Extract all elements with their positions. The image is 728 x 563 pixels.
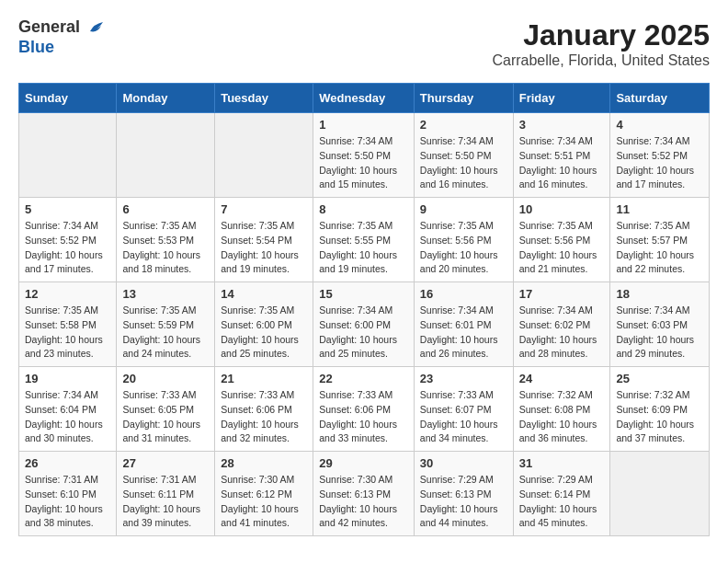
calendar-cell-4-6: 24Sunrise: 7:32 AM Sunset: 6:08 PM Dayli… [513, 367, 610, 452]
calendar-cell-1-3 [215, 113, 313, 198]
logo-bird-icon [86, 18, 107, 39]
day-info: Sunrise: 7:33 AM Sunset: 6:05 PM Dayligh… [122, 388, 209, 446]
day-number: 28 [221, 456, 307, 470]
day-number: 21 [221, 372, 307, 385]
day-number: 20 [122, 372, 209, 385]
calendar-cell-4-5: 23Sunrise: 7:33 AM Sunset: 6:07 PM Dayli… [414, 367, 513, 452]
calendar-cell-2-2: 6Sunrise: 7:35 AM Sunset: 5:53 PM Daylig… [117, 198, 215, 282]
calendar-cell-5-3: 28Sunrise: 7:30 AM Sunset: 6:12 PM Dayli… [215, 452, 313, 536]
day-number: 25 [616, 372, 703, 385]
page-title: January 2025 [492, 18, 710, 52]
day-info: Sunrise: 7:33 AM Sunset: 6:07 PM Dayligh… [420, 388, 507, 446]
day-info: Sunrise: 7:35 AM Sunset: 5:53 PM Dayligh… [122, 219, 209, 277]
calendar-cell-2-5: 9Sunrise: 7:35 AM Sunset: 5:56 PM Daylig… [414, 198, 513, 282]
calendar-cell-2-6: 10Sunrise: 7:35 AM Sunset: 5:56 PM Dayli… [513, 198, 610, 282]
day-info: Sunrise: 7:32 AM Sunset: 6:09 PM Dayligh… [616, 388, 703, 446]
day-number: 19 [25, 372, 110, 385]
day-info: Sunrise: 7:35 AM Sunset: 5:55 PM Dayligh… [319, 219, 408, 277]
calendar-cell-4-1: 19Sunrise: 7:34 AM Sunset: 6:04 PM Dayli… [19, 367, 117, 452]
header-tuesday: Tuesday [215, 84, 313, 113]
title-area: January 2025 Carrabelle, Florida, United… [492, 18, 710, 69]
calendar-cell-5-1: 26Sunrise: 7:31 AM Sunset: 6:10 PM Dayli… [19, 452, 117, 536]
calendar-week-4: 19Sunrise: 7:34 AM Sunset: 6:04 PM Dayli… [19, 367, 710, 452]
day-info: Sunrise: 7:34 AM Sunset: 5:50 PM Dayligh… [420, 134, 507, 192]
calendar-cell-3-5: 16Sunrise: 7:34 AM Sunset: 6:01 PM Dayli… [414, 282, 513, 367]
day-number: 10 [519, 202, 605, 216]
calendar-cell-5-6: 31Sunrise: 7:29 AM Sunset: 6:14 PM Dayli… [513, 452, 610, 536]
page-header: General Blue January 2025 Carrabelle, Fl… [18, 18, 710, 69]
header-saturday: Saturday [610, 84, 710, 113]
day-info: Sunrise: 7:34 AM Sunset: 6:03 PM Dayligh… [616, 304, 703, 362]
day-number: 9 [420, 202, 507, 216]
day-info: Sunrise: 7:35 AM Sunset: 5:54 PM Dayligh… [221, 219, 307, 277]
calendar-week-2: 5Sunrise: 7:34 AM Sunset: 5:52 PM Daylig… [19, 198, 710, 282]
page-subtitle: Carrabelle, Florida, United States [492, 52, 710, 69]
day-number: 6 [122, 202, 209, 216]
calendar-cell-3-6: 17Sunrise: 7:34 AM Sunset: 6:02 PM Dayli… [513, 282, 610, 367]
logo-general: General [18, 18, 107, 39]
day-number: 16 [420, 287, 507, 301]
day-info: Sunrise: 7:29 AM Sunset: 6:14 PM Dayligh… [519, 473, 605, 531]
day-info: Sunrise: 7:30 AM Sunset: 6:12 PM Dayligh… [221, 473, 307, 531]
day-info: Sunrise: 7:34 AM Sunset: 6:00 PM Dayligh… [319, 304, 408, 362]
calendar-cell-4-4: 22Sunrise: 7:33 AM Sunset: 6:06 PM Dayli… [313, 367, 415, 452]
day-number: 26 [25, 456, 110, 470]
calendar-cell-4-3: 21Sunrise: 7:33 AM Sunset: 6:06 PM Dayli… [215, 367, 313, 452]
calendar-cell-1-2 [117, 113, 215, 198]
day-info: Sunrise: 7:35 AM Sunset: 5:56 PM Dayligh… [519, 219, 605, 277]
day-number: 5 [25, 202, 110, 216]
day-number: 29 [319, 456, 408, 470]
header-sunday: Sunday [19, 84, 117, 113]
day-number: 11 [616, 202, 703, 216]
calendar-cell-1-7: 4Sunrise: 7:34 AM Sunset: 5:52 PM Daylig… [610, 113, 710, 198]
day-number: 24 [519, 372, 605, 385]
day-info: Sunrise: 7:32 AM Sunset: 6:08 PM Dayligh… [519, 388, 605, 446]
day-info: Sunrise: 7:34 AM Sunset: 6:01 PM Dayligh… [420, 304, 507, 362]
day-number: 15 [319, 287, 408, 301]
calendar-cell-4-2: 20Sunrise: 7:33 AM Sunset: 6:05 PM Dayli… [117, 367, 215, 452]
calendar-cell-3-1: 12Sunrise: 7:35 AM Sunset: 5:58 PM Dayli… [19, 282, 117, 367]
calendar-cell-5-2: 27Sunrise: 7:31 AM Sunset: 6:11 PM Dayli… [117, 452, 215, 536]
day-info: Sunrise: 7:34 AM Sunset: 6:04 PM Dayligh… [25, 388, 110, 446]
day-number: 2 [420, 118, 507, 132]
day-info: Sunrise: 7:35 AM Sunset: 5:58 PM Dayligh… [25, 304, 110, 362]
day-info: Sunrise: 7:31 AM Sunset: 6:10 PM Dayligh… [25, 473, 110, 531]
calendar-week-3: 12Sunrise: 7:35 AM Sunset: 5:58 PM Dayli… [19, 282, 710, 367]
day-number: 13 [122, 287, 209, 301]
day-number: 8 [319, 202, 408, 216]
day-number: 17 [519, 287, 605, 301]
calendar-cell-1-1 [19, 113, 117, 198]
calendar-header-row: Sunday Monday Tuesday Wednesday Thursday… [19, 84, 710, 113]
day-info: Sunrise: 7:35 AM Sunset: 5:57 PM Dayligh… [616, 219, 703, 277]
day-info: Sunrise: 7:33 AM Sunset: 6:06 PM Dayligh… [319, 388, 408, 446]
day-number: 12 [25, 287, 110, 301]
logo-blue: Blue [18, 39, 107, 57]
calendar-week-5: 26Sunrise: 7:31 AM Sunset: 6:10 PM Dayli… [19, 452, 710, 536]
calendar-cell-3-3: 14Sunrise: 7:35 AM Sunset: 6:00 PM Dayli… [215, 282, 313, 367]
day-info: Sunrise: 7:33 AM Sunset: 6:06 PM Dayligh… [221, 388, 307, 446]
calendar-cell-1-6: 3Sunrise: 7:34 AM Sunset: 5:51 PM Daylig… [513, 113, 610, 198]
calendar-cell-3-7: 18Sunrise: 7:34 AM Sunset: 6:03 PM Dayli… [610, 282, 710, 367]
calendar-cell-5-5: 30Sunrise: 7:29 AM Sunset: 6:13 PM Dayli… [414, 452, 513, 536]
calendar-cell-2-4: 8Sunrise: 7:35 AM Sunset: 5:55 PM Daylig… [313, 198, 415, 282]
calendar-cell-4-7: 25Sunrise: 7:32 AM Sunset: 6:09 PM Dayli… [610, 367, 710, 452]
day-number: 7 [221, 202, 307, 216]
day-number: 31 [519, 456, 605, 470]
day-number: 3 [519, 118, 605, 132]
calendar-table: Sunday Monday Tuesday Wednesday Thursday… [18, 83, 710, 536]
calendar-cell-3-2: 13Sunrise: 7:35 AM Sunset: 5:59 PM Dayli… [117, 282, 215, 367]
day-number: 1 [319, 118, 408, 132]
calendar-cell-2-7: 11Sunrise: 7:35 AM Sunset: 5:57 PM Dayli… [610, 198, 710, 282]
day-number: 18 [616, 287, 703, 301]
day-number: 14 [221, 287, 307, 301]
header-monday: Monday [117, 84, 215, 113]
header-wednesday: Wednesday [313, 84, 415, 113]
calendar-cell-5-7 [610, 452, 710, 536]
day-number: 27 [122, 456, 209, 470]
day-info: Sunrise: 7:34 AM Sunset: 5:50 PM Dayligh… [319, 134, 408, 192]
day-number: 23 [420, 372, 507, 385]
day-info: Sunrise: 7:34 AM Sunset: 6:02 PM Dayligh… [519, 304, 605, 362]
calendar-cell-2-1: 5Sunrise: 7:34 AM Sunset: 5:52 PM Daylig… [19, 198, 117, 282]
calendar-cell-1-4: 1Sunrise: 7:34 AM Sunset: 5:50 PM Daylig… [313, 113, 415, 198]
day-info: Sunrise: 7:35 AM Sunset: 5:59 PM Dayligh… [122, 304, 209, 362]
